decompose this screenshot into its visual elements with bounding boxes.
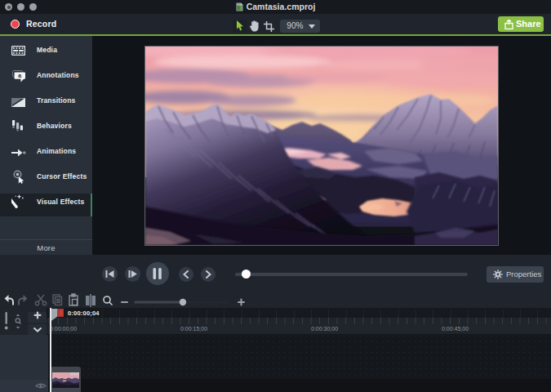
svg-text:a: a bbox=[18, 73, 21, 78]
